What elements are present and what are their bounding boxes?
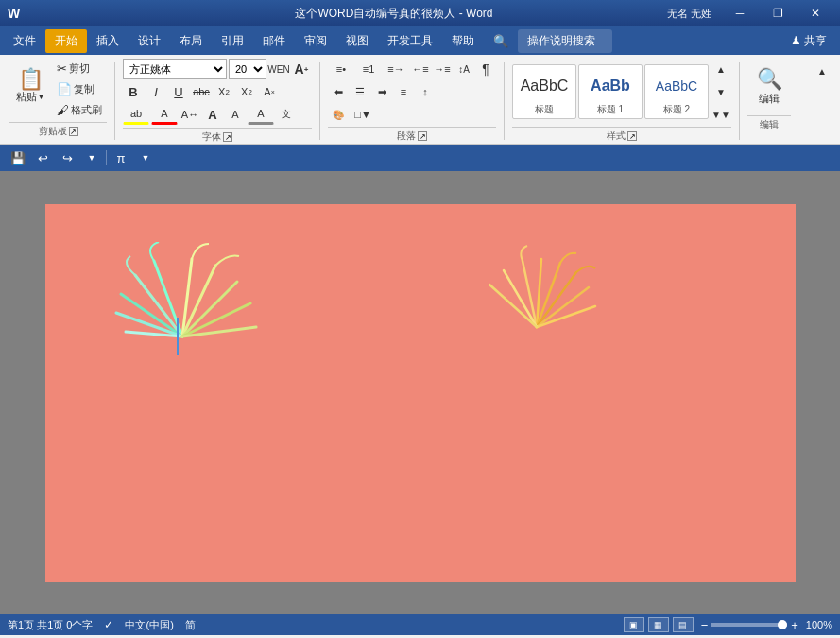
font-color-button[interactable]: A: [151, 104, 178, 125]
zoom-out-button[interactable]: −: [701, 618, 709, 632]
clipboard-label: 剪贴板: [39, 125, 67, 138]
styles-label: 样式: [607, 129, 626, 143]
firework-center: [489, 233, 631, 374]
input-mode: 简: [185, 618, 196, 632]
menu-item-mailings[interactable]: 邮件: [253, 29, 295, 53]
customize-button[interactable]: ▼: [81, 147, 102, 168]
restore-button[interactable]: ❐: [761, 0, 795, 26]
page-info: 第1页 共1页 0个字: [8, 618, 93, 632]
clear-format-button[interactable]: A×: [259, 81, 280, 102]
underline-button[interactable]: U: [168, 81, 189, 102]
menu-item-developer[interactable]: 开发工具: [378, 29, 442, 53]
paragraph-label: 段落: [397, 129, 416, 143]
clipboard-expand-icon[interactable]: ↗: [69, 127, 78, 136]
document-page[interactable]: 左键: [45, 204, 796, 582]
menu-item-insert[interactable]: 插入: [87, 29, 129, 53]
bold-button[interactable]: B: [123, 81, 144, 102]
strikethrough-button[interactable]: abc: [191, 81, 212, 102]
styles-expand[interactable]: ▼▼: [711, 104, 731, 125]
menu-item-file[interactable]: 文件: [4, 29, 45, 53]
font-size-dialog-icon[interactable]: WEN: [268, 59, 289, 79]
superscript-button[interactable]: X2: [236, 81, 257, 102]
search-icon: 🔍: [484, 30, 518, 52]
italic-button[interactable]: I: [146, 81, 166, 102]
border-button[interactable]: □▼: [350, 104, 376, 125]
zoom-in-button[interactable]: +: [791, 618, 798, 632]
close-button[interactable]: ✕: [798, 0, 832, 26]
quick-access-toolbar: 💾 ↩ ↪ ▼ π ▼: [0, 145, 840, 171]
styles-scroll-down[interactable]: ▼: [711, 81, 731, 102]
align-center-button[interactable]: ☰: [350, 81, 370, 102]
undo-button[interactable]: ↩: [32, 147, 53, 168]
save-button[interactable]: 💾: [8, 147, 28, 168]
menu-item-help[interactable]: 帮助: [442, 29, 484, 53]
font-color2-button[interactable]: A: [248, 104, 274, 125]
shading-button[interactable]: 🎨: [328, 104, 349, 125]
firework-left: [102, 242, 263, 403]
share-button[interactable]: ♟ 共享: [781, 29, 836, 53]
customize-more-button[interactable]: ▼: [135, 147, 156, 168]
font-label: 字体: [202, 130, 221, 144]
cut-button[interactable]: ✂ 剪切: [52, 59, 107, 78]
text-highlight-button[interactable]: ab: [123, 104, 149, 125]
menu-item-layout[interactable]: 布局: [170, 29, 212, 53]
paragraph-expand-icon[interactable]: ↗: [418, 131, 427, 141]
style-item-normal[interactable]: AaBbC 标题: [512, 64, 576, 119]
pinyin-button[interactable]: 文: [276, 104, 297, 125]
menu-item-review[interactable]: 审阅: [295, 29, 336, 53]
font-family-select[interactable]: 方正姚体: [123, 59, 227, 79]
editing-button[interactable]: 🔍 编辑: [747, 59, 791, 113]
line-spacing-button[interactable]: ↕: [415, 81, 436, 102]
zoom-level[interactable]: 100%: [806, 619, 832, 630]
svg-line-7: [182, 282, 237, 336]
status-bar: 第1页 共1页 0个字 ✓ 中文(中国) 简 ▣ ▦ ▤ − + 100%: [0, 614, 840, 635]
window-title: 这个WORD自动编号真的很烦人 - Word: [121, 6, 667, 22]
ribbon: 📋 粘贴▼ ✂ 剪切 📄 复制 🖌: [0, 55, 840, 145]
decrease-indent-button[interactable]: ←≡: [410, 59, 431, 79]
user-info: 无名 无姓: [667, 7, 711, 21]
search-operations-input[interactable]: 操作说明搜索: [518, 29, 612, 53]
justify-button[interactable]: ≡: [393, 81, 414, 102]
align-left-button[interactable]: ⬅: [328, 81, 349, 102]
editing-label: 编辑: [760, 118, 779, 131]
view-button-2[interactable]: ▦: [648, 617, 669, 632]
char-spacing-button[interactable]: A↔: [180, 104, 200, 125]
document-area[interactable]: 左键: [0, 171, 840, 614]
ribbon-collapse-button[interactable]: ▲: [812, 60, 832, 81]
touch-mode-button[interactable]: π: [111, 147, 131, 168]
increase-indent-button[interactable]: →≡: [432, 59, 453, 79]
bullet-list-button[interactable]: ≡•: [328, 59, 354, 79]
format-painter-button[interactable]: 🖌 格式刷: [52, 100, 107, 120]
copy-button[interactable]: 📄 复制: [52, 79, 107, 99]
subscript-button[interactable]: X2: [214, 81, 234, 102]
minimize-button[interactable]: ─: [723, 0, 757, 26]
font-size-select[interactable]: 20: [229, 59, 266, 79]
zoom-slider[interactable]: [711, 623, 787, 627]
styles-scroll-up[interactable]: ▲: [711, 59, 731, 79]
menu-item-view[interactable]: 视图: [336, 29, 378, 53]
style-item-heading2[interactable]: AaBbC 标题 2: [644, 64, 709, 119]
check-icon: ✓: [104, 618, 113, 631]
title-bar: W 这个WORD自动编号真的很烦人 - Word 无名 无姓 ─ ❐ ✕: [0, 0, 840, 26]
increase-font-size-button[interactable]: A+: [291, 59, 312, 79]
multilevel-list-button[interactable]: ≡→: [383, 59, 409, 79]
increase-size-button[interactable]: A: [202, 104, 223, 125]
view-button-3[interactable]: ▤: [673, 617, 694, 632]
menu-item-design[interactable]: 设计: [129, 29, 170, 53]
styles-expand-icon[interactable]: ↗: [627, 131, 637, 141]
menu-item-home[interactable]: 开始: [45, 29, 87, 53]
align-right-button[interactable]: ➡: [371, 81, 392, 102]
numbered-list-button[interactable]: ≡1: [355, 59, 382, 79]
show-hide-button[interactable]: ¶: [475, 59, 496, 79]
lang-label[interactable]: 中文(中国): [125, 618, 173, 632]
style-item-heading1[interactable]: AaBb 标题 1: [578, 64, 643, 119]
menu-bar: 文件 开始 插入 设计 布局 引用 邮件 审阅 视图 开发工具 帮助 🔍 操作说…: [0, 26, 840, 55]
font-expand-icon[interactable]: ↗: [223, 132, 232, 142]
paste-button[interactable]: 📋 粘贴▼: [9, 59, 51, 113]
menu-item-references[interactable]: 引用: [212, 29, 253, 53]
sort-button[interactable]: ↕A: [454, 59, 474, 79]
view-button-1[interactable]: ▣: [624, 617, 644, 632]
word-icon: W: [8, 6, 20, 21]
decrease-size-button[interactable]: A: [225, 104, 246, 125]
redo-button[interactable]: ↪: [57, 147, 77, 168]
